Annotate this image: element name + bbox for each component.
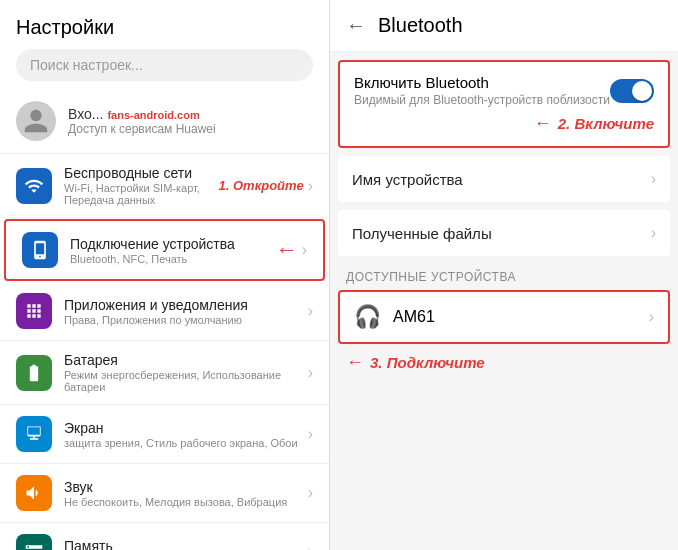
- profile-row[interactable]: Вхо... fans-android.com Доступ к сервиса…: [0, 89, 329, 154]
- bluetooth-toggle[interactable]: [610, 79, 654, 103]
- settings-item-display[interactable]: Экран защита зрения, Стиль рабочего экра…: [0, 405, 329, 464]
- settings-item-battery[interactable]: Батарея Режим энергосбережения, Использо…: [0, 341, 329, 405]
- person-icon: [22, 107, 50, 135]
- bluetooth-label-group: Включить Bluetooth Видимый для Bluetooth…: [354, 74, 610, 107]
- device-chevron: ›: [302, 241, 307, 259]
- device-svg: [30, 240, 50, 260]
- battery-icon: [16, 355, 52, 391]
- sound-icon: [16, 475, 52, 511]
- profile-name: Вхо... fans-android.com: [68, 106, 313, 122]
- bluetooth-label: Включить Bluetooth: [354, 74, 610, 91]
- device-arrow: ←: [276, 237, 298, 263]
- right-header: ← Bluetooth: [330, 0, 678, 52]
- display-text: Экран защита зрения, Стиль рабочего экра…: [64, 420, 308, 449]
- apps-title: Приложения и уведомления: [64, 297, 308, 313]
- device-am61-name: AM61: [393, 308, 649, 326]
- annotation-3-arrow: ←: [346, 352, 364, 373]
- settings-item-apps[interactable]: Приложения и уведомления Права, Приложен…: [0, 282, 329, 341]
- left-panel: Настройки Поиск настроек... Вхо... fans-…: [0, 0, 330, 550]
- sound-svg: [24, 483, 44, 503]
- storage-icon: [16, 534, 52, 550]
- battery-chevron: ›: [308, 364, 313, 382]
- annotation-2-row: ← 2. Включите: [354, 113, 654, 134]
- device-am61-item[interactable]: 🎧 AM61 ›: [338, 290, 670, 344]
- device-subtitle: Bluetooth, NFC, Печать: [70, 253, 276, 265]
- profile-subtitle: Доступ к сервисам Huawei: [68, 122, 313, 136]
- back-button[interactable]: ←: [346, 14, 366, 37]
- display-svg: [24, 424, 44, 444]
- left-panel-title: Настройки: [16, 16, 313, 39]
- right-title: Bluetooth: [378, 14, 463, 37]
- battery-title: Батарея: [64, 352, 308, 368]
- display-icon: [16, 416, 52, 452]
- display-chevron: ›: [308, 425, 313, 443]
- left-header: Настройки Поиск настроек...: [0, 0, 329, 89]
- storage-title: Память: [64, 538, 308, 551]
- device-icon: [22, 232, 58, 268]
- device-name-chevron: ›: [651, 170, 656, 188]
- annotation-2-arrow: ←: [534, 113, 552, 134]
- settings-list: Беспроводные сети Wi-Fi, Настройки SIM-к…: [0, 154, 329, 550]
- watermark: fans-android.com: [107, 109, 199, 121]
- profile-info: Вхо... fans-android.com Доступ к сервиса…: [68, 106, 313, 136]
- apps-chevron: ›: [308, 302, 313, 320]
- received-files-chevron: ›: [651, 224, 656, 242]
- available-devices-header: ДОСТУПНЫЕ УСТРОЙСТВА: [330, 260, 678, 288]
- device-text: Подключение устройства Bluetooth, NFC, П…: [70, 236, 276, 265]
- wifi-text: Беспроводные сети Wi-Fi, Настройки SIM-к…: [64, 165, 219, 206]
- bluetooth-sublabel: Видимый для Bluetooth-устройств поблизос…: [354, 93, 610, 107]
- right-panel: ← Bluetooth Включить Bluetooth Видимый д…: [330, 0, 678, 550]
- battery-text: Батарея Режим энергосбережения, Использо…: [64, 352, 308, 393]
- annotation-2: 2. Включите: [558, 115, 654, 132]
- received-files-label: Полученные файлы: [352, 225, 492, 242]
- storage-text: Память Память, Очистка памяти: [64, 538, 308, 551]
- device-title: Подключение устройства: [70, 236, 276, 252]
- avatar: [16, 101, 56, 141]
- settings-item-wifi[interactable]: Беспроводные сети Wi-Fi, Настройки SIM-к…: [0, 154, 329, 218]
- apps-subtitle: Права, Приложения по умолчанию: [64, 314, 308, 326]
- sound-chevron: ›: [308, 484, 313, 502]
- apps-svg: [24, 301, 44, 321]
- wifi-svg: [24, 176, 44, 196]
- bluetooth-section: Включить Bluetooth Видимый для Bluetooth…: [338, 60, 670, 148]
- settings-item-sound[interactable]: Звук Не беспокоить, Мелодия вызова, Вибр…: [0, 464, 329, 523]
- bluetooth-toggle-row: Включить Bluetooth Видимый для Bluetooth…: [354, 74, 654, 107]
- device-name-item[interactable]: Имя устройства ›: [338, 156, 670, 202]
- apps-text: Приложения и уведомления Права, Приложен…: [64, 297, 308, 326]
- annotation-3: 3. Подключите: [370, 354, 485, 371]
- wifi-subtitle: Wi-Fi, Настройки SIM-карт, Передача данн…: [64, 182, 219, 206]
- wifi-title: Беспроводные сети: [64, 165, 219, 181]
- wifi-chevron: ›: [308, 177, 313, 195]
- sound-title: Звук: [64, 479, 308, 495]
- headphones-icon: 🎧: [354, 304, 381, 330]
- received-files-item[interactable]: Полученные файлы ›: [338, 210, 670, 256]
- battery-subtitle: Режим энергосбережения, Использование ба…: [64, 369, 308, 393]
- battery-svg: [24, 363, 44, 383]
- storage-svg: [24, 542, 44, 550]
- device-name-label: Имя устройства: [352, 171, 463, 188]
- wifi-icon: [16, 168, 52, 204]
- device-am61-chevron: ›: [649, 308, 654, 326]
- settings-item-device[interactable]: Подключение устройства Bluetooth, NFC, П…: [4, 219, 325, 281]
- search-bar[interactable]: Поиск настроек...: [16, 49, 313, 81]
- annotation-1: 1. Откройте: [219, 178, 304, 193]
- storage-chevron: ›: [308, 543, 313, 550]
- display-subtitle: защита зрения, Стиль рабочего экрана, Об…: [64, 437, 308, 449]
- sound-subtitle: Не беспокоить, Мелодия вызова, Вибрация: [64, 496, 308, 508]
- annotation-3-row: ← 3. Подключите: [330, 346, 678, 379]
- display-title: Экран: [64, 420, 308, 436]
- apps-icon: [16, 293, 52, 329]
- settings-item-storage[interactable]: Память Память, Очистка памяти ›: [0, 523, 329, 550]
- sound-text: Звук Не беспокоить, Мелодия вызова, Вибр…: [64, 479, 308, 508]
